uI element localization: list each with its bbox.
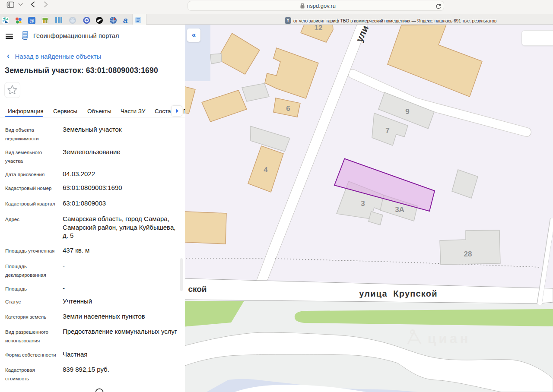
svg-text:28: 28 [464, 250, 472, 258]
svg-text:ской: ской [188, 285, 207, 294]
svg-text:улица Крупской: улица Крупской [359, 289, 437, 298]
svg-text:6: 6 [286, 104, 290, 113]
svg-text:циан: циан [428, 331, 471, 346]
svg-text:4: 4 [264, 166, 268, 174]
svg-text:3A: 3A [395, 205, 404, 214]
svg-text:7: 7 [385, 126, 389, 135]
svg-text:9: 9 [405, 107, 409, 116]
svg-text:12: 12 [315, 25, 323, 32]
svg-text:a: a [123, 16, 128, 25]
svg-text:@: @ [29, 18, 34, 23]
svg-text:3: 3 [361, 199, 365, 208]
